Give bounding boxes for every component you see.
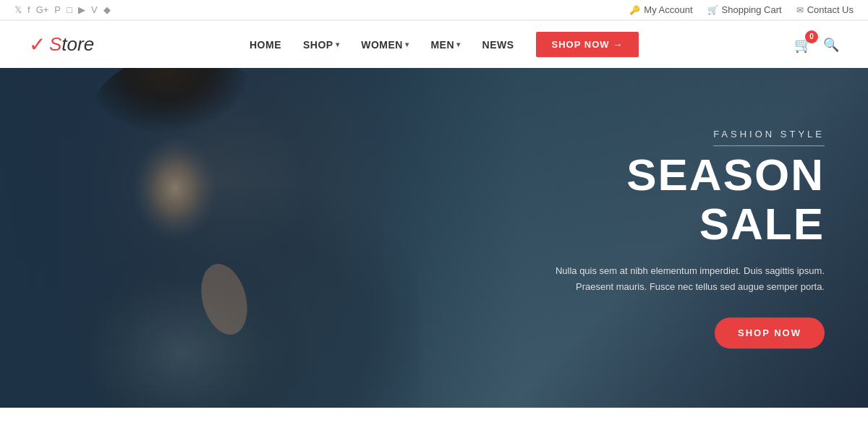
cart-wrapper[interactable]: 🛒 0 [794, 36, 812, 53]
hero-subtitle: FASHION STYLE [713, 129, 825, 146]
cart-icon: 🛒 [707, 5, 718, 15]
hero-content: FASHION STYLE SEASON SALE Nulla quis sem… [550, 127, 825, 348]
main-nav: HOME SHOP ▾ WOMEN ▾ MEN ▾ NEWS SHOP NOW … [250, 32, 639, 57]
svg-point-2 [65, 213, 326, 408]
vimeo-icon[interactable]: V [91, 4, 98, 15]
youtube-icon[interactable]: ▶ [78, 4, 85, 15]
twitter-icon[interactable]: 𝕏 [14, 4, 22, 15]
nav-women[interactable]: WOMEN ▾ [361, 39, 409, 51]
logo-text: Store [49, 33, 94, 56]
header: ✓ Store HOME SHOP ▾ WOMEN ▾ MEN ▾ NEWS S… [0, 21, 868, 68]
logo-icon: ✓ [29, 35, 46, 55]
hero-shop-now-button[interactable]: SHOP NOW [715, 317, 825, 348]
rss-icon[interactable]: ◆ [103, 4, 111, 15]
logo[interactable]: ✓ Store [29, 33, 94, 56]
hero-section: FASHION STYLE SEASON SALE Nulla quis sem… [0, 68, 868, 408]
shopping-cart-link[interactable]: 🛒 Shopping Cart [707, 4, 782, 15]
facebook-icon[interactable]: f [27, 4, 30, 15]
top-bar-links: 🔑 My Account 🛒 Shopping Cart ✉ Contact U… [629, 4, 854, 15]
my-account-label: My Account [644, 4, 692, 15]
contact-us-link[interactable]: ✉ Contact Us [796, 4, 854, 15]
contact-icon: ✉ [796, 5, 804, 15]
social-icons: 𝕏 f G+ P □ ▶ V ◆ [14, 4, 111, 15]
nav-shop[interactable]: SHOP ▾ [303, 39, 339, 51]
hero-person-svg [0, 68, 448, 408]
header-right: 🛒 0 🔍 [794, 36, 839, 53]
shop-now-header-button[interactable]: SHOP NOW → [536, 32, 639, 57]
shop-dropdown-arrow: ▾ [336, 40, 340, 48]
women-dropdown-arrow: ▾ [405, 40, 409, 48]
nav-home[interactable]: HOME [250, 39, 281, 51]
googleplus-icon[interactable]: G+ [36, 4, 49, 15]
nav-men[interactable]: MEN ▾ [430, 39, 460, 51]
top-bar: 𝕏 f G+ P □ ▶ V ◆ 🔑 My Account 🛒 Shopping… [0, 0, 868, 20]
my-account-link[interactable]: 🔑 My Account [629, 4, 692, 15]
hero-title: SEASON SALE [550, 150, 825, 249]
search-icon[interactable]: 🔍 [823, 37, 839, 53]
nav-news[interactable]: NEWS [482, 39, 514, 51]
men-dropdown-arrow: ▾ [456, 40, 461, 48]
pinterest-icon[interactable]: P [54, 4, 61, 15]
hero-description: Nulla quis sem at nibh elementum imperdi… [550, 264, 825, 296]
contact-us-label: Contact Us [807, 4, 854, 15]
instagram-icon[interactable]: □ [67, 4, 72, 15]
cart-badge: 0 [805, 30, 818, 43]
shopping-cart-label: Shopping Cart [722, 4, 782, 15]
account-icon: 🔑 [629, 5, 640, 15]
